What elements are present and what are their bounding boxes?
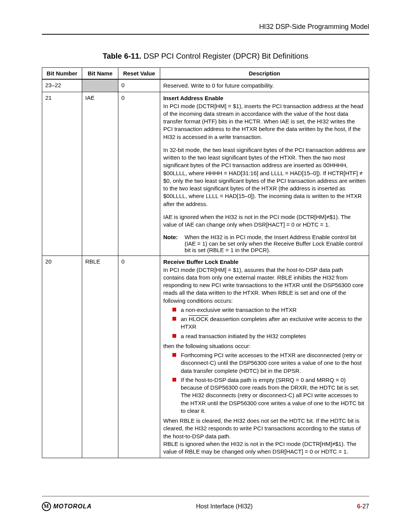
section-header: HI32 DSP-Side Programming Model bbox=[42, 23, 369, 31]
cell-bit-name bbox=[82, 79, 118, 92]
desc-paragraph: In 32-bit mode, the two least significan… bbox=[163, 146, 366, 208]
cell-bit-number: 21 bbox=[42, 92, 82, 256]
col-bit-number: Bit Number bbox=[42, 68, 82, 80]
cell-description: Receive Buffer Lock EnableIn PCI mode (D… bbox=[160, 256, 369, 458]
cell-reset-value: 0 bbox=[118, 79, 160, 92]
list-item: a non-exclusive write transaction to the… bbox=[174, 306, 366, 314]
note-text: When the HI32 is in PCI mode, the Insert… bbox=[185, 234, 366, 253]
brand-logo: M MOTOROLA bbox=[42, 502, 92, 511]
cell-description: Insert Address EnableIn PCI mode (DCTR[H… bbox=[160, 92, 369, 256]
desc-paragraph: IAE is ignored when the HI32 is not in t… bbox=[163, 213, 366, 229]
footer-rule bbox=[42, 496, 369, 497]
cell-description: Reserved. Write to 0 for future compatib… bbox=[160, 79, 369, 92]
col-description: Description bbox=[160, 68, 369, 80]
desc-paragraph: Insert Address EnableIn PCI mode (DCTR[H… bbox=[163, 94, 366, 141]
chapter-number: 6 bbox=[357, 503, 360, 510]
desc-paragraph: RBLE is ignored when the HI32 is not in … bbox=[163, 440, 366, 456]
footer-center: Host Interface (HI32) bbox=[196, 503, 253, 510]
page-number: 6-27 bbox=[357, 503, 369, 510]
caption-prefix: Table 6-11. bbox=[103, 52, 142, 60]
bullet-list: a non-exclusive write transaction to the… bbox=[163, 306, 366, 340]
desc-text: Reserved. Write to 0 for future compatib… bbox=[163, 82, 366, 89]
desc-title: Receive Buffer Lock Enable bbox=[163, 259, 239, 265]
page-suffix: -27 bbox=[360, 503, 369, 510]
register-table: Bit Number Bit Name Reset Value Descript… bbox=[42, 67, 369, 458]
desc-paragraph: When RBLE is cleared, the HI32 does not … bbox=[163, 417, 366, 440]
cell-bit-number: 20 bbox=[42, 256, 82, 458]
cell-bit-number: 23–22 bbox=[42, 79, 82, 92]
brand-text: MOTOROLA bbox=[53, 503, 92, 510]
caption-title: DSP PCI Control Register (DPCR) Bit Defi… bbox=[142, 52, 309, 60]
desc-text: In PCI mode (DCTR[HM] = $1), assures tha… bbox=[163, 267, 363, 304]
table-row: 20 RBLE 0 Receive Buffer Lock EnableIn P… bbox=[42, 256, 369, 458]
header-rule bbox=[42, 34, 369, 35]
cell-bit-name: IAE bbox=[82, 92, 118, 256]
motorola-icon: M bbox=[42, 502, 51, 511]
list-item: Forthcoming PCI write accesses to the HT… bbox=[174, 351, 366, 375]
cell-reset-value: 0 bbox=[118, 256, 160, 458]
bullet-list: Forthcoming PCI write accesses to the HT… bbox=[163, 351, 366, 415]
table-row: 23–22 0 Reserved. Write to 0 for future … bbox=[42, 79, 369, 92]
note-label: Note: bbox=[163, 234, 185, 253]
desc-text: In PCI mode (DCTR[HM] = $1), inserts the… bbox=[163, 103, 363, 140]
table-header-row: Bit Number Bit Name Reset Value Descript… bbox=[42, 68, 369, 80]
table-row: 21 IAE 0 Insert Address EnableIn PCI mod… bbox=[42, 92, 369, 256]
cell-reset-value: 0 bbox=[118, 92, 160, 256]
desc-paragraph: then the following situations occur: bbox=[163, 342, 366, 350]
cell-bit-name: RBLE bbox=[82, 256, 118, 458]
col-reset-value: Reset Value bbox=[118, 68, 160, 80]
desc-text: an bbox=[181, 316, 189, 322]
list-item: If the host-to-DSP data path is empty (S… bbox=[174, 376, 366, 415]
list-item: a read transaction initiated by the HI32… bbox=[174, 332, 366, 340]
table-caption: Table 6-11. DSP PCI Control Register (DP… bbox=[42, 52, 369, 61]
page-footer: M MOTOROLA Host Interface (HI32) 6-27 bbox=[42, 496, 369, 511]
desc-paragraph: Receive Buffer Lock EnableIn PCI mode (D… bbox=[163, 258, 366, 305]
desc-title: Insert Address Enable bbox=[163, 95, 223, 101]
signal-overline: HLOCK bbox=[189, 316, 209, 322]
list-item: an HLOCK deassertion completes after an … bbox=[174, 315, 366, 331]
col-bit-name: Bit Name bbox=[82, 68, 118, 80]
note: Note: When the HI32 is in PCI mode, the … bbox=[163, 234, 366, 253]
